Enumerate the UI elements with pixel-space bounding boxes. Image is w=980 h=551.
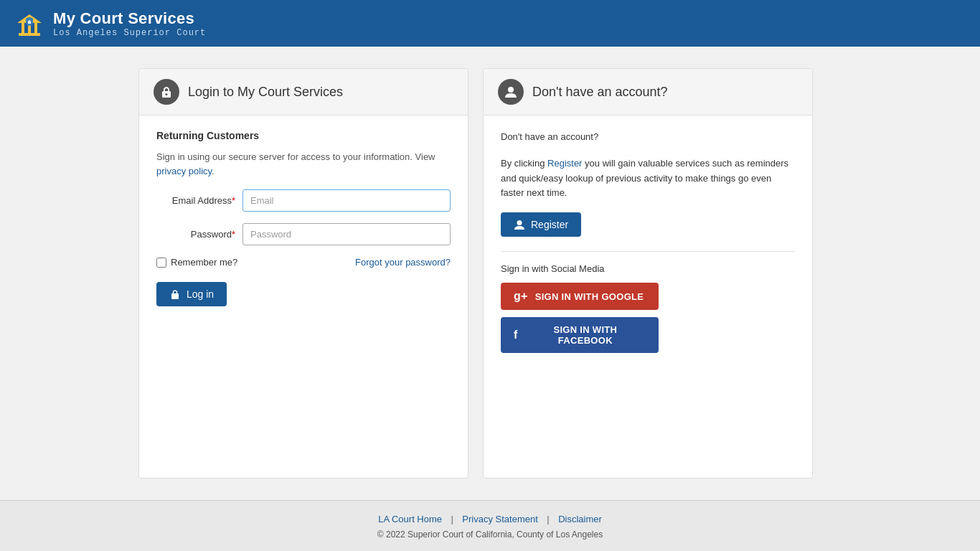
google-icon: g+ <box>514 290 528 303</box>
google-signin-button[interactable]: g+ SIGN IN WITH GOOGLE <box>501 283 659 310</box>
register-card: Don't have an account? Don't have an acc… <box>483 68 813 479</box>
login-lock-icon <box>169 288 181 300</box>
privacy-statement-link[interactable]: Privacy Statement <box>462 514 538 524</box>
login-card-body: Returning Customers Sign in using our se… <box>139 116 468 321</box>
social-media-title: Sign in with Social Media <box>501 263 795 274</box>
remember-container: Remember me? <box>156 257 237 268</box>
register-inline-link[interactable]: Register <box>547 158 582 169</box>
copyright-text: © 2022 Superior Court of California, Cou… <box>14 529 966 540</box>
login-description: Sign in using our secure server for acce… <box>156 150 451 178</box>
divider <box>501 251 795 252</box>
register-person-icon <box>514 219 525 230</box>
disclaimer-link[interactable]: Disclaimer <box>558 514 602 524</box>
site-footer: LA Court Home | Privacy Statement | Disc… <box>0 500 980 551</box>
register-button[interactable]: Register <box>501 212 581 237</box>
lock-icon <box>154 79 179 105</box>
site-title: My Court Services <box>53 9 206 28</box>
facebook-signin-button[interactable]: f SIGN IN WITH FACEBOOK <box>501 317 659 353</box>
svg-point-10 <box>517 220 522 225</box>
password-form-group: Password* <box>156 223 451 245</box>
person-icon <box>498 79 524 105</box>
register-card-body: Don't have an account? By clicking Regis… <box>484 116 812 375</box>
svg-point-9 <box>508 87 514 93</box>
logo-container <box>14 9 44 39</box>
lock-svg <box>159 85 174 99</box>
content-wrapper: Login to My Court Services Returning Cus… <box>138 68 842 479</box>
svg-rect-8 <box>171 293 179 299</box>
login-title: Login to My Court Services <box>188 85 343 100</box>
header-text: My Court Services Los Angeles Superior C… <box>53 9 206 38</box>
password-label: Password* <box>156 229 235 240</box>
password-input[interactable] <box>242 223 451 245</box>
person-svg <box>504 85 518 99</box>
court-logo-icon <box>14 9 44 39</box>
svg-rect-0 <box>19 33 40 36</box>
login-card-header: Login to My Court Services <box>139 69 468 116</box>
email-input[interactable] <box>242 189 451 212</box>
main-content: Login to My Court Services Returning Cus… <box>0 47 980 500</box>
svg-rect-1 <box>22 23 24 33</box>
returning-customers-title: Returning Customers <box>156 130 451 141</box>
register-title: Don't have an account? <box>532 85 668 100</box>
site-subtitle: Los Angeles Superior Court <box>53 28 206 38</box>
register-description: By clicking Register you will gain valua… <box>501 156 795 201</box>
no-account-label: Don't have an account? <box>501 130 795 145</box>
la-court-home-link[interactable]: LA Court Home <box>378 514 442 524</box>
email-label: Email Address* <box>156 195 235 206</box>
remember-me-checkbox[interactable] <box>156 258 166 268</box>
footer-links: LA Court Home | Privacy Statement | Disc… <box>14 512 966 525</box>
login-card: Login to My Court Services Returning Cus… <box>138 68 468 479</box>
svg-point-7 <box>166 93 168 95</box>
register-card-header: Don't have an account? <box>484 69 812 116</box>
remember-me-label: Remember me? <box>171 257 237 268</box>
svg-rect-2 <box>34 23 37 33</box>
site-header: My Court Services Los Angeles Superior C… <box>0 0 980 47</box>
privacy-policy-link[interactable]: privacy policy <box>156 166 212 176</box>
forgot-password-link[interactable]: Forgot your password? <box>355 257 451 268</box>
remember-row: Remember me? Forgot your password? <box>156 257 451 268</box>
login-button[interactable]: Log in <box>156 282 227 306</box>
svg-rect-5 <box>28 22 31 24</box>
facebook-icon: f <box>514 329 518 342</box>
email-form-group: Email Address* <box>156 189 451 212</box>
